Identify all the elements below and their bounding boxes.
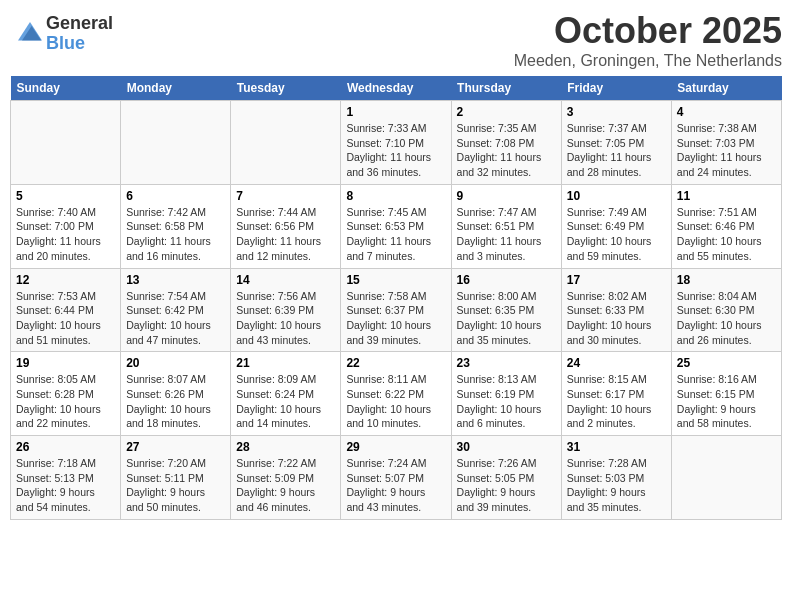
day-number: 18 <box>677 273 776 287</box>
calendar-day-4: 4Sunrise: 7:38 AMSunset: 7:03 PMDaylight… <box>671 101 781 185</box>
calendar-week-row: 12Sunrise: 7:53 AMSunset: 6:44 PMDayligh… <box>11 268 782 352</box>
page-header: General Blue October 2025 Meeden, Gronin… <box>10 10 782 70</box>
calendar-day-27: 27Sunrise: 7:20 AMSunset: 5:11 PMDayligh… <box>121 436 231 520</box>
calendar-week-row: 1Sunrise: 7:33 AMSunset: 7:10 PMDaylight… <box>11 101 782 185</box>
calendar-day-18: 18Sunrise: 8:04 AMSunset: 6:30 PMDayligh… <box>671 268 781 352</box>
day-number: 3 <box>567 105 666 119</box>
calendar-day-17: 17Sunrise: 8:02 AMSunset: 6:33 PMDayligh… <box>561 268 671 352</box>
day-number: 1 <box>346 105 445 119</box>
calendar-day-26: 26Sunrise: 7:18 AMSunset: 5:13 PMDayligh… <box>11 436 121 520</box>
day-info: Sunrise: 7:24 AMSunset: 5:07 PMDaylight:… <box>346 456 445 515</box>
calendar-day-28: 28Sunrise: 7:22 AMSunset: 5:09 PMDayligh… <box>231 436 341 520</box>
logo: General Blue <box>10 14 113 54</box>
day-number: 25 <box>677 356 776 370</box>
day-number: 8 <box>346 189 445 203</box>
calendar-day-empty <box>121 101 231 185</box>
day-number: 14 <box>236 273 335 287</box>
day-number: 13 <box>126 273 225 287</box>
calendar-day-12: 12Sunrise: 7:53 AMSunset: 6:44 PMDayligh… <box>11 268 121 352</box>
day-number: 17 <box>567 273 666 287</box>
weekday-header-thursday: Thursday <box>451 76 561 101</box>
day-info: Sunrise: 8:16 AMSunset: 6:15 PMDaylight:… <box>677 372 776 431</box>
calendar-day-22: 22Sunrise: 8:11 AMSunset: 6:22 PMDayligh… <box>341 352 451 436</box>
day-number: 16 <box>457 273 556 287</box>
calendar-day-15: 15Sunrise: 7:58 AMSunset: 6:37 PMDayligh… <box>341 268 451 352</box>
calendar-day-9: 9Sunrise: 7:47 AMSunset: 6:51 PMDaylight… <box>451 184 561 268</box>
day-info: Sunrise: 7:28 AMSunset: 5:03 PMDaylight:… <box>567 456 666 515</box>
calendar-day-8: 8Sunrise: 7:45 AMSunset: 6:53 PMDaylight… <box>341 184 451 268</box>
day-info: Sunrise: 8:04 AMSunset: 6:30 PMDaylight:… <box>677 289 776 348</box>
day-info: Sunrise: 7:53 AMSunset: 6:44 PMDaylight:… <box>16 289 115 348</box>
weekday-header-tuesday: Tuesday <box>231 76 341 101</box>
day-number: 12 <box>16 273 115 287</box>
day-number: 24 <box>567 356 666 370</box>
weekday-header-saturday: Saturday <box>671 76 781 101</box>
day-info: Sunrise: 7:18 AMSunset: 5:13 PMDaylight:… <box>16 456 115 515</box>
calendar-day-5: 5Sunrise: 7:40 AMSunset: 7:00 PMDaylight… <box>11 184 121 268</box>
day-info: Sunrise: 7:42 AMSunset: 6:58 PMDaylight:… <box>126 205 225 264</box>
calendar-day-7: 7Sunrise: 7:44 AMSunset: 6:56 PMDaylight… <box>231 184 341 268</box>
day-number: 26 <box>16 440 115 454</box>
calendar-week-row: 26Sunrise: 7:18 AMSunset: 5:13 PMDayligh… <box>11 436 782 520</box>
calendar-day-14: 14Sunrise: 7:56 AMSunset: 6:39 PMDayligh… <box>231 268 341 352</box>
day-info: Sunrise: 7:33 AMSunset: 7:10 PMDaylight:… <box>346 121 445 180</box>
calendar-day-20: 20Sunrise: 8:07 AMSunset: 6:26 PMDayligh… <box>121 352 231 436</box>
day-number: 15 <box>346 273 445 287</box>
day-number: 5 <box>16 189 115 203</box>
day-info: Sunrise: 7:26 AMSunset: 5:05 PMDaylight:… <box>457 456 556 515</box>
calendar-day-empty <box>231 101 341 185</box>
calendar-table: SundayMondayTuesdayWednesdayThursdayFrid… <box>10 76 782 520</box>
day-number: 31 <box>567 440 666 454</box>
day-number: 27 <box>126 440 225 454</box>
calendar-day-23: 23Sunrise: 8:13 AMSunset: 6:19 PMDayligh… <box>451 352 561 436</box>
day-info: Sunrise: 7:49 AMSunset: 6:49 PMDaylight:… <box>567 205 666 264</box>
day-info: Sunrise: 8:11 AMSunset: 6:22 PMDaylight:… <box>346 372 445 431</box>
day-number: 4 <box>677 105 776 119</box>
day-info: Sunrise: 7:51 AMSunset: 6:46 PMDaylight:… <box>677 205 776 264</box>
day-info: Sunrise: 7:54 AMSunset: 6:42 PMDaylight:… <box>126 289 225 348</box>
calendar-day-30: 30Sunrise: 7:26 AMSunset: 5:05 PMDayligh… <box>451 436 561 520</box>
logo-text: General Blue <box>46 14 113 54</box>
day-info: Sunrise: 7:20 AMSunset: 5:11 PMDaylight:… <box>126 456 225 515</box>
calendar-day-10: 10Sunrise: 7:49 AMSunset: 6:49 PMDayligh… <box>561 184 671 268</box>
day-info: Sunrise: 7:35 AMSunset: 7:08 PMDaylight:… <box>457 121 556 180</box>
calendar-day-24: 24Sunrise: 8:15 AMSunset: 6:17 PMDayligh… <box>561 352 671 436</box>
calendar-week-row: 5Sunrise: 7:40 AMSunset: 7:00 PMDaylight… <box>11 184 782 268</box>
title-block: October 2025 Meeden, Groningen, The Neth… <box>514 10 782 70</box>
day-info: Sunrise: 7:38 AMSunset: 7:03 PMDaylight:… <box>677 121 776 180</box>
logo-icon <box>14 18 46 46</box>
day-info: Sunrise: 8:15 AMSunset: 6:17 PMDaylight:… <box>567 372 666 431</box>
calendar-day-2: 2Sunrise: 7:35 AMSunset: 7:08 PMDaylight… <box>451 101 561 185</box>
calendar-day-21: 21Sunrise: 8:09 AMSunset: 6:24 PMDayligh… <box>231 352 341 436</box>
day-number: 11 <box>677 189 776 203</box>
calendar-day-13: 13Sunrise: 7:54 AMSunset: 6:42 PMDayligh… <box>121 268 231 352</box>
day-number: 7 <box>236 189 335 203</box>
day-info: Sunrise: 8:09 AMSunset: 6:24 PMDaylight:… <box>236 372 335 431</box>
day-info: Sunrise: 8:02 AMSunset: 6:33 PMDaylight:… <box>567 289 666 348</box>
calendar-body: 1Sunrise: 7:33 AMSunset: 7:10 PMDaylight… <box>11 101 782 520</box>
calendar-day-3: 3Sunrise: 7:37 AMSunset: 7:05 PMDaylight… <box>561 101 671 185</box>
calendar-week-row: 19Sunrise: 8:05 AMSunset: 6:28 PMDayligh… <box>11 352 782 436</box>
calendar-day-6: 6Sunrise: 7:42 AMSunset: 6:58 PMDaylight… <box>121 184 231 268</box>
day-info: Sunrise: 8:00 AMSunset: 6:35 PMDaylight:… <box>457 289 556 348</box>
day-number: 20 <box>126 356 225 370</box>
weekday-header-sunday: Sunday <box>11 76 121 101</box>
weekday-header-wednesday: Wednesday <box>341 76 451 101</box>
day-info: Sunrise: 7:58 AMSunset: 6:37 PMDaylight:… <box>346 289 445 348</box>
day-number: 19 <box>16 356 115 370</box>
location: Meeden, Groningen, The Netherlands <box>514 52 782 70</box>
calendar-day-31: 31Sunrise: 7:28 AMSunset: 5:03 PMDayligh… <box>561 436 671 520</box>
day-number: 6 <box>126 189 225 203</box>
day-number: 29 <box>346 440 445 454</box>
day-info: Sunrise: 8:05 AMSunset: 6:28 PMDaylight:… <box>16 372 115 431</box>
day-info: Sunrise: 7:37 AMSunset: 7:05 PMDaylight:… <box>567 121 666 180</box>
calendar-day-empty <box>11 101 121 185</box>
day-info: Sunrise: 8:13 AMSunset: 6:19 PMDaylight:… <box>457 372 556 431</box>
day-number: 10 <box>567 189 666 203</box>
weekday-header-friday: Friday <box>561 76 671 101</box>
weekday-header-monday: Monday <box>121 76 231 101</box>
day-info: Sunrise: 7:45 AMSunset: 6:53 PMDaylight:… <box>346 205 445 264</box>
month-title: October 2025 <box>514 10 782 52</box>
day-number: 28 <box>236 440 335 454</box>
calendar-day-empty <box>671 436 781 520</box>
